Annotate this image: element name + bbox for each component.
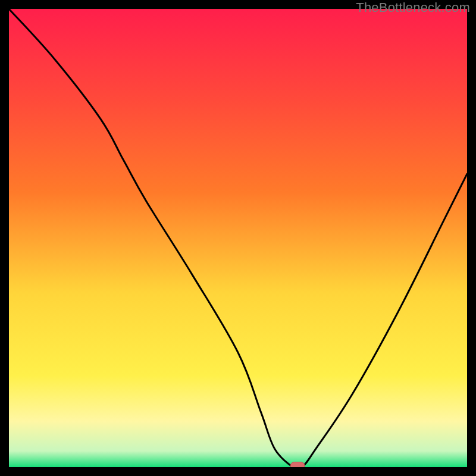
chart-svg <box>9 9 467 467</box>
chart-container: TheBottleneck.com <box>0 0 476 476</box>
attribution-text: TheBottleneck.com <box>356 0 470 15</box>
plot-area <box>9 9 467 467</box>
optimum-marker <box>290 462 305 468</box>
gradient-background <box>9 9 467 467</box>
